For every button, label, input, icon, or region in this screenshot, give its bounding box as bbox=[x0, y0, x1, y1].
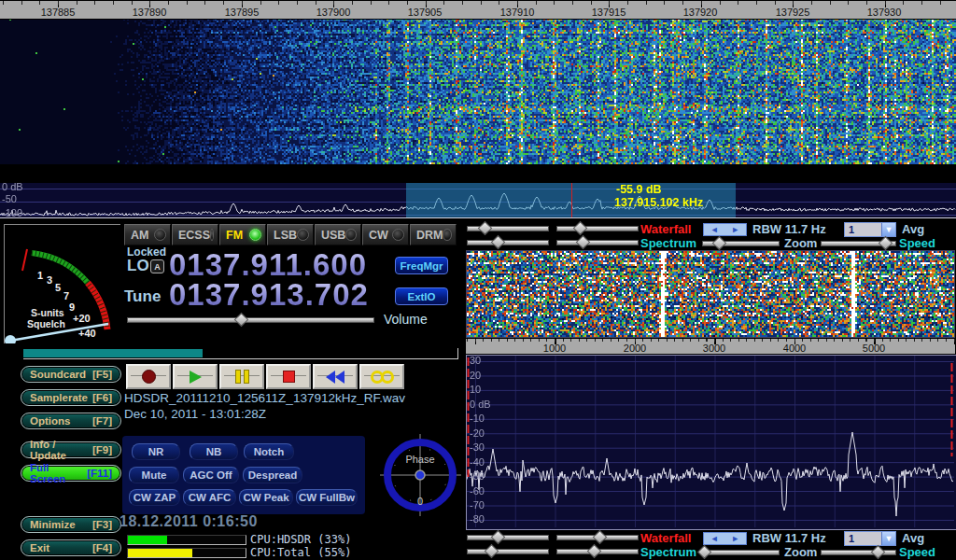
ruler-label: 4000 bbox=[783, 343, 806, 354]
spectrum-brightness-slider[interactable] bbox=[467, 239, 549, 245]
speed-slider-2[interactable] bbox=[821, 549, 896, 555]
zoom-slider-2[interactable] bbox=[702, 549, 780, 555]
despread-button[interactable]: Despread bbox=[243, 467, 302, 483]
loop-button[interactable] bbox=[359, 364, 404, 389]
zoom-label: Zoom bbox=[784, 236, 817, 250]
options-button[interactable]: Options[F7] bbox=[21, 413, 121, 429]
ruler-label: 137890 bbox=[133, 7, 167, 18]
mode-usb-button[interactable]: USB bbox=[315, 224, 361, 245]
ruler-label: 137885 bbox=[41, 7, 76, 18]
waterfall-contrast-slider[interactable] bbox=[556, 225, 639, 231]
mode-drm-button[interactable]: DRM bbox=[410, 224, 457, 245]
phase-label: Phase bbox=[405, 454, 434, 465]
nb-button[interactable]: NB bbox=[190, 443, 238, 460]
rewind-button[interactable] bbox=[313, 364, 358, 389]
dsp-panel: NR NB Notch Mute AGC Off Despread CW ZAP… bbox=[122, 436, 365, 514]
waterfall-brightness-slider-2[interactable] bbox=[467, 534, 549, 540]
mode-cw-button[interactable]: CW bbox=[362, 224, 409, 245]
pause-button[interactable] bbox=[219, 364, 264, 389]
rewind-icon bbox=[326, 371, 344, 384]
volume-slider[interactable] bbox=[127, 316, 374, 323]
cpu-hdsdr-label: CPU:HDSDR (33%) bbox=[250, 533, 351, 546]
info-update-button[interactable]: Info / Update[F9] bbox=[21, 441, 121, 458]
lo-auto-lock-icon[interactable]: A bbox=[150, 259, 164, 273]
avg-select-2[interactable]: 1 ▼ bbox=[844, 531, 896, 546]
ruler-label: 137900 bbox=[316, 7, 351, 18]
db-scale-label: -40 bbox=[470, 456, 485, 468]
zoom-slider[interactable] bbox=[702, 240, 780, 246]
main-spectrum-display[interactable]: 0 dB -50 -100 -55.9 dB 137.915.102 kHz bbox=[0, 183, 956, 217]
samplerate-button[interactable]: Samplerate[F6] bbox=[21, 389, 121, 406]
chevron-down-icon[interactable]: ▼ bbox=[881, 223, 895, 236]
mode-fm-button[interactable]: FM bbox=[219, 224, 266, 245]
spectrum-brightness-slider-2[interactable] bbox=[467, 548, 549, 554]
smeter-squelch-label: Squelch bbox=[27, 318, 65, 329]
minimize-button[interactable]: Minimize[F3] bbox=[21, 516, 121, 533]
fullscreen-button[interactable]: Full Screen[F11] bbox=[21, 465, 121, 482]
af-waterfall-display[interactable] bbox=[466, 250, 955, 338]
smeter-tick: 1 bbox=[37, 270, 43, 281]
record-button[interactable] bbox=[126, 364, 171, 389]
led-icon bbox=[297, 229, 309, 241]
tune-label: Tune bbox=[124, 287, 161, 306]
af-frequency-ruler[interactable]: 1000 2000 3000 4000 5000 bbox=[466, 338, 955, 355]
slider-thumb-icon[interactable] bbox=[234, 313, 249, 328]
band-shift-control[interactable]: ◄► bbox=[703, 223, 747, 236]
spectrum-contrast-slider[interactable] bbox=[556, 239, 639, 245]
waterfall-contrast-slider-2[interactable] bbox=[556, 534, 639, 540]
smeter-peak-pointer bbox=[22, 249, 27, 271]
play-button[interactable] bbox=[173, 364, 218, 389]
nr-button[interactable]: NR bbox=[132, 443, 180, 460]
chevron-down-icon[interactable]: ▼ bbox=[881, 532, 895, 545]
volume-label: Volume bbox=[384, 312, 428, 327]
speed-slider[interactable] bbox=[821, 240, 896, 246]
band-shift-control-2[interactable]: ◄► bbox=[703, 532, 747, 545]
speed-label: Speed bbox=[899, 236, 935, 250]
freqmgr-button[interactable]: FreqMgr bbox=[395, 257, 448, 274]
exit-button[interactable]: Exit[F4] bbox=[21, 539, 121, 556]
mode-lsb-button[interactable]: LSB bbox=[267, 224, 314, 245]
avg-select[interactable]: 1 ▼ bbox=[844, 222, 896, 237]
pause-icon bbox=[235, 370, 249, 384]
cpu-total-label: CPU:Total (55%) bbox=[250, 546, 351, 559]
db-scale-label: -20 bbox=[470, 427, 485, 439]
mute-button[interactable]: Mute bbox=[129, 467, 179, 483]
led-icon bbox=[392, 229, 404, 241]
smeter-tick: +20 bbox=[73, 313, 91, 324]
db-scale-label: 30 bbox=[470, 355, 481, 366]
led-icon bbox=[210, 229, 214, 241]
smeter-tick: 3 bbox=[47, 274, 52, 286]
arrow-right-icon[interactable]: ► bbox=[731, 535, 739, 543]
waterfall-label[interactable]: Waterfall bbox=[640, 222, 691, 236]
db-scale-label: 0 dB bbox=[2, 181, 23, 192]
tune-cursor-line[interactable] bbox=[571, 183, 572, 217]
cw-fullbw-button[interactable]: CW FullBw bbox=[296, 489, 358, 506]
soundcard-button[interactable]: Soundcard[F5] bbox=[21, 366, 121, 383]
arrow-left-icon[interactable]: ◄ bbox=[710, 535, 719, 543]
extio-button[interactable]: ExtIO bbox=[395, 287, 448, 305]
waterfall-brightness-slider[interactable] bbox=[467, 225, 549, 231]
stop-button[interactable] bbox=[266, 364, 311, 389]
arrow-left-icon[interactable]: ◄ bbox=[710, 226, 719, 234]
hdsdr-window: 137885 137890 137895 137900 137905 13791… bbox=[0, 0, 956, 560]
mode-am-button[interactable]: AM bbox=[124, 224, 171, 245]
lo-frequency-display[interactable]: 0137.911.600 bbox=[169, 249, 367, 280]
notch-button[interactable]: Notch bbox=[244, 443, 294, 460]
arrow-right-icon[interactable]: ► bbox=[731, 226, 739, 234]
main-waterfall-display[interactable] bbox=[0, 0, 956, 164]
af-spectrum-display[interactable]: 30 20 10 0 dB -10 -20 -30 -40 -50 -60 -7… bbox=[466, 355, 956, 530]
cw-afc-button[interactable]: CW AFC bbox=[183, 489, 236, 506]
cw-zap-button[interactable]: CW ZAP bbox=[129, 489, 180, 506]
spectrum-label[interactable]: Spectrum bbox=[640, 236, 696, 250]
spectrum-contrast-slider-2[interactable] bbox=[556, 548, 639, 554]
agc-off-button[interactable]: AGC Off bbox=[183, 467, 239, 483]
squelch-level-bar[interactable] bbox=[23, 348, 458, 359]
waterfall-label-2[interactable]: Waterfall bbox=[640, 531, 691, 545]
cw-peak-button[interactable]: CW Peak bbox=[239, 489, 293, 506]
main-frequency-ruler[interactable]: 137885 137890 137895 137900 137905 13791… bbox=[0, 0, 956, 20]
spectrum-label-2[interactable]: Spectrum bbox=[640, 545, 696, 559]
avg-label-2: Avg bbox=[902, 531, 924, 545]
phase-dial[interactable]: Phase 0 bbox=[380, 432, 462, 518]
tune-frequency-display[interactable]: 0137.913.702 bbox=[169, 279, 369, 310]
mode-ecss-button[interactable]: ECSS bbox=[172, 224, 218, 245]
